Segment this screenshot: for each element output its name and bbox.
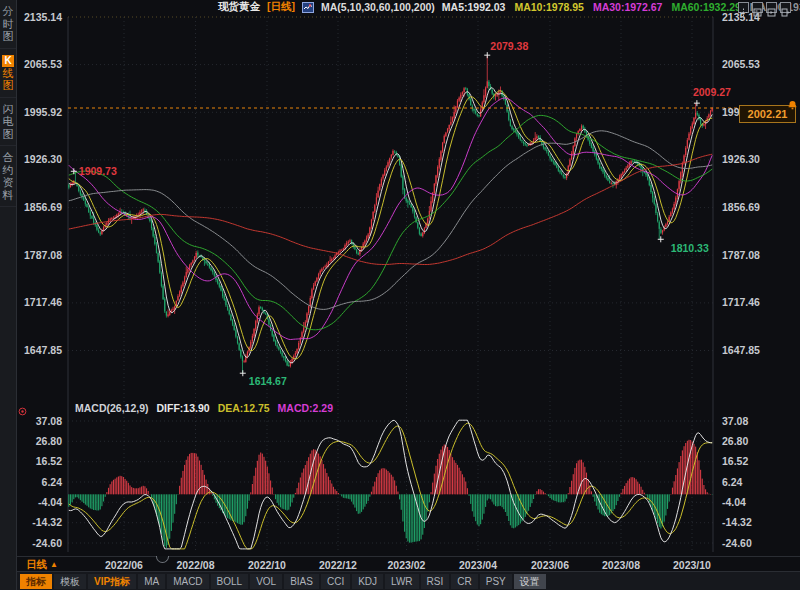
x-axis-label-2022/12: 2022/12 bbox=[319, 559, 357, 571]
x-axis-label-2022/10: 2022/10 bbox=[248, 559, 286, 571]
macd-header: MACD(26,12,9) DIFF:13.90 DEA:12.75 MACD:… bbox=[75, 402, 333, 414]
toolbar-chip-RSI[interactable]: RSI bbox=[421, 574, 450, 589]
price-annotation-1810.33: 1810.33 bbox=[671, 242, 709, 254]
price-chart-canvas[interactable]: 1909.731614.672079.381810.332009.272135.… bbox=[0, 0, 800, 590]
macd-axis-label-left--4.04: -4.04 bbox=[38, 496, 62, 508]
ma-value-2: MA10:1978.95 bbox=[514, 1, 583, 13]
macd-dea-value: DEA:12.75 bbox=[218, 402, 270, 414]
price-annotation-2079.38: 2079.38 bbox=[490, 40, 528, 52]
y-axis-label-right-1926.30: 1926.30 bbox=[722, 153, 760, 165]
x-axis-label-2023/06: 2023/06 bbox=[531, 559, 569, 571]
toolbar-chip-VOL[interactable]: VOL bbox=[250, 574, 282, 589]
price-annotation-1909.73: 1909.73 bbox=[79, 165, 117, 177]
toolbar-chip-设置[interactable]: 设置 bbox=[514, 574, 546, 589]
period-selector-label: 日线 bbox=[26, 558, 47, 570]
macd-diff-value: DIFF:13.90 bbox=[157, 402, 210, 414]
ma-value-3: MA30:1972.67 bbox=[593, 1, 662, 13]
toolbar-chip-模板[interactable]: 模板 bbox=[54, 574, 86, 589]
prev-view-icon[interactable] bbox=[752, 2, 763, 13]
ma-value-4: MA60:1932.29 bbox=[671, 1, 740, 13]
price-annotation-2009.27: 2009.27 bbox=[693, 86, 731, 98]
y-axis-label-right-1647.85: 1647.85 bbox=[722, 344, 760, 356]
toolbar-chip-LWR[interactable]: LWR bbox=[385, 574, 418, 589]
ma-value-1: MA5:1992.03 bbox=[442, 1, 506, 13]
x-axis-label-2022/08: 2022/08 bbox=[177, 559, 215, 571]
y-axis-label-left-1717.46: 1717.46 bbox=[24, 296, 62, 308]
x-axis-label-2023/08: 2023/08 bbox=[602, 559, 640, 571]
period-selector[interactable]: 日线 ▲ bbox=[26, 558, 58, 572]
y-axis-label-right-1717.46: 1717.46 bbox=[722, 296, 760, 308]
y-axis-label-right-1856.69: 1856.69 bbox=[722, 201, 760, 213]
instrument-name: 现货黄金 bbox=[218, 0, 260, 14]
x-axis-label-2023/04: 2023/04 bbox=[459, 559, 497, 571]
y-axis-label-left-2135.14: 2135.14 bbox=[24, 11, 62, 23]
x-axis-label-2022/06: 2022/06 bbox=[105, 559, 143, 571]
macd-axis-label-right-16.52: 16.52 bbox=[722, 455, 748, 467]
macd-macd-value: MACD:2.29 bbox=[278, 402, 333, 414]
macd-axis-label-right-6.24: 6.24 bbox=[722, 476, 743, 488]
y-axis-label-left-1647.85: 1647.85 bbox=[24, 344, 62, 356]
macd-axis-label-right-37.08: 37.08 bbox=[722, 415, 748, 427]
macd-axis-label-left-37.08: 37.08 bbox=[36, 415, 62, 427]
toolbar-chip-BOLL[interactable]: BOLL bbox=[211, 574, 249, 589]
x-axis-label-2023/10: 2023/10 bbox=[673, 559, 711, 571]
sidebar-item-2[interactable]: K线图 bbox=[0, 49, 16, 98]
next-view-icon[interactable] bbox=[766, 2, 777, 13]
sidebar: 分时图K线图闪电图合约资料 bbox=[0, 0, 17, 590]
toolbar-chip-VIP指标[interactable]: VIP指标 bbox=[88, 574, 136, 589]
sidebar-item-1[interactable]: 分时图 bbox=[0, 0, 16, 49]
y-axis-label-left-1926.30: 1926.30 bbox=[24, 153, 62, 165]
toolbar-chip-PSY[interactable]: PSY bbox=[480, 574, 512, 589]
kline-chart-app: 1909.731614.672079.381810.332009.272135.… bbox=[0, 0, 800, 590]
expand-view-icon[interactable] bbox=[780, 2, 791, 13]
toolbar-chip-CCI[interactable]: CCI bbox=[321, 574, 350, 589]
y-axis-label-left-1787.08: 1787.08 bbox=[24, 249, 62, 261]
macd-axis-label-right--14.32: -14.32 bbox=[722, 516, 752, 528]
chart-header: 现货黄金 [日线] MA(5,10,30,60,100,200) MA5:199… bbox=[218, 0, 800, 14]
y-axis-label-left-2065.53: 2065.53 bbox=[24, 58, 62, 70]
macd-axis-label-right-26.80: 26.80 bbox=[722, 435, 748, 447]
macd-axis-label-left-26.80: 26.80 bbox=[36, 435, 62, 447]
macd-axis-label-right--24.60: -24.60 bbox=[722, 537, 752, 549]
price-alert-icon[interactable] bbox=[788, 96, 797, 114]
macd-axis-label-left-6.24: 6.24 bbox=[42, 476, 63, 488]
sidebar-item-3[interactable]: 闪电图 bbox=[0, 98, 16, 147]
chevron-up-icon: ▲ bbox=[50, 560, 58, 569]
ma-config-label: MA(5,10,30,60,100,200) bbox=[321, 1, 435, 13]
macd-title: MACD(26,12,9) bbox=[75, 402, 149, 414]
kline-mini-icon bbox=[302, 2, 314, 13]
indicator-handle-icon[interactable] bbox=[18, 402, 27, 420]
sidebar-item-4[interactable]: 合约资料 bbox=[0, 146, 16, 207]
chart-tool-icons bbox=[738, 2, 791, 13]
toolbar-chip-指标[interactable]: 指标 bbox=[20, 574, 52, 589]
toolbar-chip-MACD[interactable]: MACD bbox=[167, 574, 208, 589]
indicator-toolbar: 指标模板VIP指标MAMACDBOLLVOLBIASCCIKDJLWRRSICR… bbox=[17, 571, 800, 590]
macd-axis-label-left--14.32: -14.32 bbox=[32, 516, 62, 528]
macd-axis-label-right--4.04: -4.04 bbox=[722, 496, 746, 508]
price-annotation-1614.67: 1614.67 bbox=[249, 375, 287, 387]
macd-axis-label-left-16.52: 16.52 bbox=[36, 455, 62, 467]
toolbar-chip-CR[interactable]: CR bbox=[451, 574, 477, 589]
y-axis-label-right-2065.53: 2065.53 bbox=[722, 58, 760, 70]
toolbar-chip-KDJ[interactable]: KDJ bbox=[352, 574, 383, 589]
y-axis-label-right-1787.08: 1787.08 bbox=[722, 249, 760, 261]
x-axis-label-2023/02: 2023/02 bbox=[388, 559, 426, 571]
crosshair-icon[interactable] bbox=[738, 2, 749, 13]
y-axis-label-left-1995.92: 1995.92 bbox=[24, 106, 62, 118]
toolbar-chip-BIAS[interactable]: BIAS bbox=[284, 574, 319, 589]
y-axis-label-left-1856.69: 1856.69 bbox=[24, 201, 62, 213]
period-tag: [日线] bbox=[267, 0, 295, 14]
toolbar-chip-MA[interactable]: MA bbox=[138, 574, 165, 589]
macd-axis-label-left--24.60: -24.60 bbox=[32, 537, 62, 549]
